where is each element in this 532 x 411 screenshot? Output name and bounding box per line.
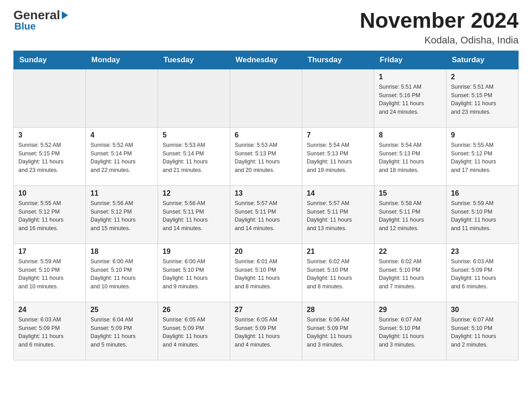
calendar-cell: 2Sunrise: 5:51 AMSunset: 5:15 PMDaylight…	[446, 69, 519, 127]
day-info: Sunrise: 5:53 AMSunset: 5:14 PMDaylight:…	[163, 141, 225, 175]
day-number: 16	[451, 189, 514, 197]
calendar-cell	[86, 69, 158, 127]
day-number: 14	[307, 189, 369, 197]
day-info: Sunrise: 5:54 AMSunset: 5:13 PMDaylight:…	[379, 141, 442, 175]
calendar-cell: 21Sunrise: 6:02 AMSunset: 5:10 PMDayligh…	[302, 244, 374, 302]
day-number: 18	[90, 248, 153, 256]
day-number: 11	[90, 189, 153, 197]
calendar-week-row: 17Sunrise: 5:59 AMSunset: 5:10 PMDayligh…	[14, 244, 519, 302]
day-info: Sunrise: 6:06 AMSunset: 5:09 PMDaylight:…	[307, 316, 369, 349]
day-number: 25	[90, 306, 153, 314]
day-info: Sunrise: 6:01 AMSunset: 5:10 PMDaylight:…	[235, 257, 297, 291]
day-info: Sunrise: 6:03 AMSunset: 5:09 PMDaylight:…	[18, 316, 81, 349]
day-number: 21	[307, 248, 369, 256]
calendar-cell	[302, 69, 374, 127]
day-info: Sunrise: 6:00 AMSunset: 5:10 PMDaylight:…	[163, 257, 225, 291]
calendar-cell: 28Sunrise: 6:06 AMSunset: 5:09 PMDayligh…	[302, 302, 374, 360]
calendar-cell: 27Sunrise: 6:05 AMSunset: 5:09 PMDayligh…	[230, 302, 302, 360]
calendar-cell: 25Sunrise: 6:04 AMSunset: 5:09 PMDayligh…	[86, 302, 158, 360]
calendar-cell: 20Sunrise: 6:01 AMSunset: 5:10 PMDayligh…	[230, 244, 302, 302]
calendar-cell	[14, 69, 86, 127]
location: Kodala, Odisha, India	[360, 34, 519, 46]
day-number: 12	[163, 189, 225, 197]
day-number: 9	[451, 131, 514, 139]
day-info: Sunrise: 6:05 AMSunset: 5:09 PMDaylight:…	[163, 316, 225, 349]
day-number: 17	[18, 248, 81, 256]
header-saturday: Saturday	[446, 51, 519, 69]
day-info: Sunrise: 6:04 AMSunset: 5:09 PMDaylight:…	[90, 316, 153, 349]
day-info: Sunrise: 5:51 AMSunset: 5:16 PMDaylight:…	[379, 83, 442, 116]
logo-blue-text: Blue	[14, 21, 36, 31]
logo-general-text: General◀	[13, 9, 68, 21]
day-number: 23	[451, 248, 514, 256]
calendar-cell: 7Sunrise: 5:54 AMSunset: 5:13 PMDaylight…	[302, 127, 374, 185]
logo: General◀ Blue	[13, 9, 68, 31]
day-info: Sunrise: 6:05 AMSunset: 5:09 PMDaylight:…	[235, 316, 297, 349]
calendar-week-row: 10Sunrise: 5:55 AMSunset: 5:12 PMDayligh…	[14, 185, 519, 244]
header-tuesday: Tuesday	[158, 51, 230, 69]
day-info: Sunrise: 5:58 AMSunset: 5:11 PMDaylight:…	[379, 199, 442, 233]
day-info: Sunrise: 5:57 AMSunset: 5:11 PMDaylight:…	[307, 199, 369, 233]
calendar-header-row: SundayMondayTuesdayWednesdayThursdayFrid…	[14, 51, 519, 69]
day-info: Sunrise: 6:03 AMSunset: 5:09 PMDaylight:…	[451, 257, 514, 291]
day-info: Sunrise: 5:57 AMSunset: 5:11 PMDaylight:…	[235, 199, 297, 233]
calendar-cell: 24Sunrise: 6:03 AMSunset: 5:09 PMDayligh…	[14, 302, 86, 360]
calendar-cell	[230, 69, 302, 127]
calendar-week-row: 1Sunrise: 5:51 AMSunset: 5:16 PMDaylight…	[14, 69, 519, 127]
day-number: 6	[235, 131, 297, 139]
day-number: 24	[18, 306, 81, 314]
calendar-cell: 22Sunrise: 6:02 AMSunset: 5:10 PMDayligh…	[374, 244, 446, 302]
day-info: Sunrise: 5:59 AMSunset: 5:10 PMDaylight:…	[451, 199, 514, 233]
day-info: Sunrise: 6:02 AMSunset: 5:10 PMDaylight:…	[307, 257, 369, 291]
header-thursday: Thursday	[302, 51, 374, 69]
calendar-cell: 16Sunrise: 5:59 AMSunset: 5:10 PMDayligh…	[446, 185, 519, 244]
calendar-week-row: 24Sunrise: 6:03 AMSunset: 5:09 PMDayligh…	[14, 302, 519, 360]
calendar-cell: 9Sunrise: 5:55 AMSunset: 5:12 PMDaylight…	[446, 127, 519, 185]
day-info: Sunrise: 5:52 AMSunset: 5:14 PMDaylight:…	[90, 141, 153, 175]
calendar-cell	[158, 69, 230, 127]
day-number: 30	[451, 306, 514, 314]
month-title: November 2024	[360, 9, 519, 33]
calendar-week-row: 3Sunrise: 5:52 AMSunset: 5:15 PMDaylight…	[14, 127, 519, 185]
day-info: Sunrise: 6:02 AMSunset: 5:10 PMDaylight:…	[379, 257, 442, 291]
header-wednesday: Wednesday	[230, 51, 302, 69]
calendar-cell: 30Sunrise: 6:07 AMSunset: 5:10 PMDayligh…	[446, 302, 519, 360]
day-number: 29	[379, 306, 442, 314]
day-number: 5	[163, 131, 225, 139]
day-number: 10	[18, 189, 81, 197]
day-info: Sunrise: 6:07 AMSunset: 5:10 PMDaylight:…	[451, 316, 514, 349]
calendar-cell: 26Sunrise: 6:05 AMSunset: 5:09 PMDayligh…	[158, 302, 230, 360]
day-info: Sunrise: 5:53 AMSunset: 5:13 PMDaylight:…	[235, 141, 297, 175]
day-number: 7	[307, 131, 369, 139]
day-number: 13	[235, 189, 297, 197]
header-friday: Friday	[374, 51, 446, 69]
calendar-cell: 5Sunrise: 5:53 AMSunset: 5:14 PMDaylight…	[158, 127, 230, 185]
day-number: 27	[235, 306, 297, 314]
day-number: 8	[379, 131, 442, 139]
day-info: Sunrise: 5:56 AMSunset: 5:11 PMDaylight:…	[163, 199, 225, 233]
day-number: 22	[379, 248, 442, 256]
calendar-table: SundayMondayTuesdayWednesdayThursdayFrid…	[13, 51, 519, 360]
day-info: Sunrise: 5:54 AMSunset: 5:13 PMDaylight:…	[307, 141, 369, 175]
calendar-cell: 6Sunrise: 5:53 AMSunset: 5:13 PMDaylight…	[230, 127, 302, 185]
calendar-cell: 14Sunrise: 5:57 AMSunset: 5:11 PMDayligh…	[302, 185, 374, 244]
day-number: 4	[90, 131, 153, 139]
calendar-cell: 4Sunrise: 5:52 AMSunset: 5:14 PMDaylight…	[86, 127, 158, 185]
day-info: Sunrise: 5:56 AMSunset: 5:12 PMDaylight:…	[90, 199, 153, 233]
day-info: Sunrise: 5:51 AMSunset: 5:15 PMDaylight:…	[451, 83, 514, 116]
day-number: 15	[379, 189, 442, 197]
day-number: 26	[163, 306, 225, 314]
logo-arrow-icon: ◀	[62, 11, 68, 19]
calendar-cell: 29Sunrise: 6:07 AMSunset: 5:10 PMDayligh…	[374, 302, 446, 360]
calendar-cell: 12Sunrise: 5:56 AMSunset: 5:11 PMDayligh…	[158, 185, 230, 244]
day-info: Sunrise: 5:59 AMSunset: 5:10 PMDaylight:…	[18, 257, 81, 291]
day-number: 2	[451, 73, 514, 81]
calendar-cell: 17Sunrise: 5:59 AMSunset: 5:10 PMDayligh…	[14, 244, 86, 302]
day-number: 20	[235, 248, 297, 256]
day-number: 19	[163, 248, 225, 256]
header-monday: Monday	[86, 51, 158, 69]
day-info: Sunrise: 5:52 AMSunset: 5:15 PMDaylight:…	[18, 141, 81, 175]
day-info: Sunrise: 6:00 AMSunset: 5:10 PMDaylight:…	[90, 257, 153, 291]
calendar-cell: 19Sunrise: 6:00 AMSunset: 5:10 PMDayligh…	[158, 244, 230, 302]
calendar-cell: 10Sunrise: 5:55 AMSunset: 5:12 PMDayligh…	[14, 185, 86, 244]
